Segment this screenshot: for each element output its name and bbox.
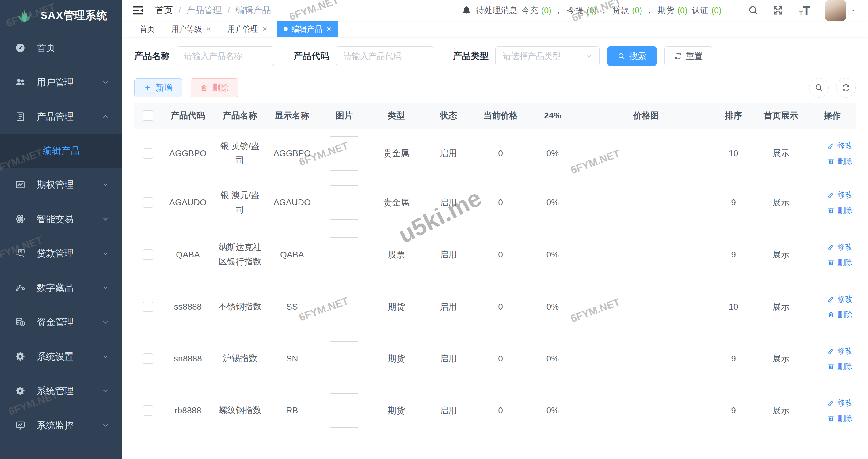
page-content: 产品名称 产品代码 产品类型 请选择产品类型 搜索 重置 <box>122 37 868 459</box>
fullscreen-icon[interactable] <box>772 4 784 17</box>
sidebar-item-home[interactable]: 首页 <box>0 31 122 65</box>
tab-user-level[interactable]: 用户等级 × <box>165 21 217 37</box>
notif-count: (0) <box>711 6 721 15</box>
notif-count: (0) <box>587 6 597 15</box>
table-row: sn8888 沪锡指数 SN 期货 启用 0 0% 9 展示 修改 删除 <box>134 332 856 386</box>
sidebar-item-edit-product[interactable]: 编辑产品 <box>0 134 122 168</box>
delete-link[interactable]: 删除 <box>827 310 853 320</box>
notif-separator: ， <box>645 5 653 16</box>
cell-display-name: QABA <box>266 250 318 260</box>
main-area: 首页 / 产品管理 / 编辑产品 待处理消息 今充 (0) ， 今提 (0) ，… <box>122 0 868 459</box>
chevron-down-icon <box>101 78 110 87</box>
cell-status: 启用 <box>422 301 474 313</box>
delete-link[interactable]: 删除 <box>827 257 853 267</box>
cell-sort: 9 <box>714 354 753 364</box>
close-icon[interactable]: × <box>206 25 211 33</box>
tab-label: 用户等级 <box>171 24 202 34</box>
cell-sort: 10 <box>714 302 753 312</box>
cell-type: 期货 <box>370 405 422 417</box>
tab-home[interactable]: 首页 <box>133 21 161 37</box>
search-icon[interactable] <box>747 4 760 17</box>
caret-down-icon[interactable] <box>849 7 857 14</box>
sidebar-toggle-icon[interactable] <box>132 4 144 17</box>
loan-hand-icon <box>15 248 26 259</box>
row-checkbox[interactable] <box>143 302 153 312</box>
row-checkbox[interactable] <box>143 353 153 364</box>
product-image-placeholder <box>330 439 358 459</box>
cell-type: 贵金属 <box>370 148 422 159</box>
cell-display-name: SN <box>266 354 318 364</box>
close-icon[interactable]: × <box>262 25 267 33</box>
sidebar-item-label: 编辑产品 <box>43 144 80 157</box>
sidebar-item-system-monitor[interactable]: 系统监控 <box>0 408 122 442</box>
column-header: 当前价格 <box>474 110 527 121</box>
product-image-placeholder <box>330 237 358 272</box>
row-checkbox[interactable] <box>143 148 153 159</box>
delete-link[interactable]: 删除 <box>827 362 853 372</box>
search-button[interactable]: 搜索 <box>608 46 656 66</box>
cell-homepage-display: 展示 <box>753 301 809 313</box>
delete-link[interactable]: 删除 <box>827 413 853 423</box>
edit-link[interactable]: 修改 <box>827 242 853 252</box>
sidebar-item-label: 资金管理 <box>37 316 73 328</box>
sidebar-menu: 首页 用户管理 产品管理 编辑产品 期权管理 智能交易 <box>0 31 122 442</box>
sidebar-item-system-settings[interactable]: 系统设置 <box>0 339 122 374</box>
close-icon[interactable]: × <box>327 25 331 33</box>
search-icon <box>814 83 824 92</box>
user-avatar[interactable] <box>825 0 846 21</box>
edit-link[interactable]: 修改 <box>827 294 853 304</box>
product-table: 产品代码 产品名称 显示名称 图片 类型 状态 当前价格 24% 价格图 排序 … <box>134 103 856 459</box>
pencil-icon <box>827 191 835 199</box>
sidebar-item-options-management[interactable]: 期权管理 <box>0 168 122 202</box>
table-refresh-button[interactable] <box>836 78 856 97</box>
delete-link[interactable]: 删除 <box>827 205 853 216</box>
product-image-placeholder <box>330 290 358 324</box>
notif-label: 今提 <box>567 5 584 16</box>
table-row: rb8888 螺纹钢指数 RB 期货 启用 0 0% 9 展示 修改 删除 <box>134 386 856 435</box>
product-image-placeholder <box>330 393 358 428</box>
product-code-input[interactable] <box>336 46 433 66</box>
cell-product-code: AGAUDO <box>162 198 214 207</box>
sidebar-item-user-management[interactable]: 用户管理 <box>0 65 122 99</box>
chevron-down-icon <box>585 52 593 60</box>
edit-link[interactable]: 修改 <box>827 141 853 151</box>
add-button[interactable]: 新增 <box>134 78 182 97</box>
sidebar-item-funds-management[interactable]: 资金管理 <box>0 305 122 339</box>
reset-button[interactable]: 重置 <box>664 46 712 66</box>
product-image-placeholder <box>330 185 358 220</box>
sidebar-item-loan-management[interactable]: 贷款管理 <box>0 236 122 270</box>
cell-homepage-display: 展示 <box>753 353 809 365</box>
delete-link[interactable]: 删除 <box>827 156 853 166</box>
sidebar-item-label: 用户管理 <box>37 76 73 89</box>
tab-user-management[interactable]: 用户管理 × <box>221 21 273 37</box>
sidebar-item-digital-collectibles[interactable]: 数字藏品 <box>0 270 122 305</box>
select-all-checkbox[interactable] <box>143 111 153 121</box>
font-size-icon[interactable]: TT <box>796 4 813 17</box>
sidebar-item-smart-trading[interactable]: 智能交易 <box>0 202 122 236</box>
cell-percent: 0% <box>527 148 579 158</box>
edit-link[interactable]: 修改 <box>827 190 853 200</box>
chevron-down-icon <box>101 318 110 326</box>
sidebar-item-product-management[interactable]: 产品管理 <box>0 99 122 134</box>
table-toolbar: 新增 删除 <box>134 78 856 97</box>
cell-product-code: rb8888 <box>162 406 214 415</box>
product-type-select[interactable]: 请选择产品类型 <box>495 46 599 66</box>
table-header-row: 产品代码 产品名称 显示名称 图片 类型 状态 当前价格 24% 价格图 排序 … <box>134 103 856 129</box>
delete-button[interactable]: 删除 <box>191 78 239 97</box>
breadcrumb-separator: / <box>227 5 230 16</box>
table-search-button[interactable] <box>809 78 829 97</box>
row-checkbox[interactable] <box>143 250 153 260</box>
tab-edit-product[interactable]: 编辑产品 × <box>277 21 337 37</box>
app-logo: SAX管理系统 <box>0 0 122 31</box>
product-name-input[interactable] <box>177 46 274 66</box>
row-checkbox[interactable] <box>143 197 153 208</box>
cell-status: 启用 <box>422 249 474 260</box>
bell-icon[interactable] <box>461 5 472 16</box>
edit-link[interactable]: 修改 <box>827 346 853 356</box>
edit-link[interactable]: 修改 <box>827 398 853 408</box>
breadcrumb-home[interactable]: 首页 <box>155 4 173 17</box>
row-checkbox[interactable] <box>143 405 153 416</box>
nodes-icon <box>15 282 26 293</box>
cell-percent: 0% <box>527 302 579 312</box>
sidebar-item-system-management[interactable]: 系统管理 <box>0 374 122 408</box>
